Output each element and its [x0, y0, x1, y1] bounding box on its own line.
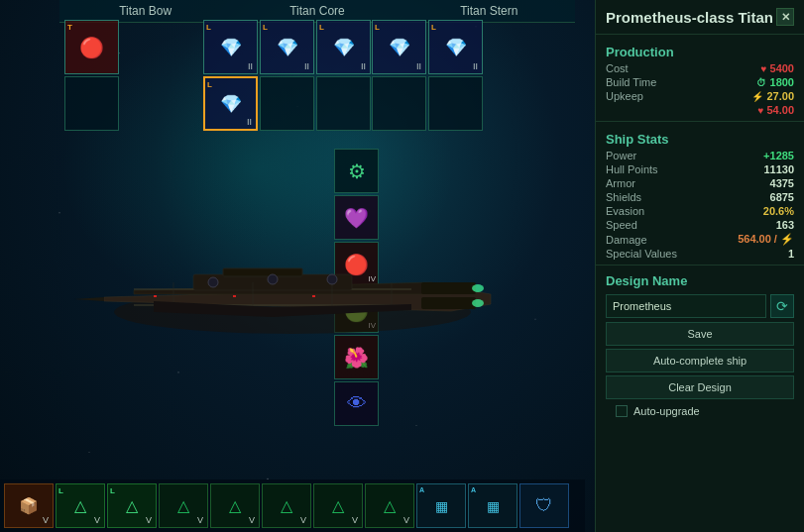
- design-name-input[interactable]: [606, 294, 766, 318]
- left-panel: Titan Bow Titan Core Titan Stern T 🔴 L 💎…: [0, 0, 595, 532]
- armor-value: 4375: [770, 177, 794, 189]
- stern-modules: L 💎 II L 💎 II: [372, 20, 483, 131]
- right-panel: Prometheus-class Titan ✕ Production Cost…: [595, 0, 804, 532]
- svg-point-8: [472, 299, 484, 307]
- bow-slot-1[interactable]: T 🔴: [64, 20, 119, 74]
- upkeep-value-1: ⚡ 27.00: [751, 90, 794, 102]
- bottom-slot-1[interactable]: 📦 V: [4, 483, 54, 528]
- design-name-label: Design Name: [606, 273, 794, 288]
- randomize-name-button[interactable]: ⟳: [770, 294, 794, 318]
- ship-display: [0, 139, 585, 386]
- build-time-value: ⏱ 1800: [756, 76, 794, 88]
- autoupgrade-row: Auto-upgrade: [606, 402, 794, 420]
- svg-rect-4: [223, 268, 302, 276]
- bottom-slot-2[interactable]: L △ V: [56, 483, 105, 528]
- armor-row: Armor 4375: [596, 176, 804, 190]
- svg-rect-6: [421, 297, 476, 309]
- special-label: Special Values: [606, 248, 677, 260]
- ship-image: [35, 163, 550, 362]
- armor-label: Armor: [606, 177, 635, 189]
- speed-row: Speed 163: [596, 218, 804, 232]
- power-value: +1285: [763, 150, 794, 161]
- svg-point-17: [268, 274, 278, 284]
- build-time-label: Build Time: [606, 76, 656, 88]
- upkeep-row-2: ♥ 54.00: [596, 103, 804, 117]
- bottom-slot-11[interactable]: 🛡: [519, 483, 569, 528]
- stern-slot-4[interactable]: [428, 76, 483, 131]
- clear-design-button[interactable]: Clear Design: [606, 375, 794, 399]
- bottom-module-bar: 📦 V L △ V L △ V △ V: [0, 479, 585, 532]
- evasion-value: 20.6%: [763, 205, 794, 217]
- damage-label: Damage: [606, 234, 647, 246]
- core-slot-6[interactable]: [316, 76, 371, 131]
- design-name-section: Design Name ⟳ Save Auto-complete ship Cl…: [596, 269, 804, 424]
- stern-slot-3[interactable]: [372, 76, 426, 131]
- svg-point-18: [327, 274, 337, 284]
- design-name-input-row: ⟳: [606, 294, 794, 318]
- svg-point-7: [472, 284, 484, 292]
- special-value: 1: [788, 248, 794, 260]
- stern-slot-2[interactable]: L 💎 II: [428, 20, 483, 74]
- core-slot-4[interactable]: L 💎 II: [203, 76, 258, 131]
- core-slot-2[interactable]: L 💎 II: [260, 20, 314, 74]
- ship-stats-title: Ship Stats: [596, 128, 804, 149]
- upkeep-row-1: Upkeep ⚡ 27.00: [596, 89, 804, 103]
- damage-row: Damage 564.00 / ⚡: [596, 232, 804, 247]
- core-row-2: L 💎 II: [203, 76, 371, 131]
- core-row-1: L 💎 II L 💎 II L 💎 II: [203, 20, 371, 74]
- cost-row: Cost ♥ 5400: [596, 61, 804, 75]
- bow-row-1: T 🔴: [64, 20, 119, 74]
- svg-rect-11: [312, 295, 315, 297]
- build-time-row: Build Time ⏱ 1800: [596, 75, 804, 89]
- damage-value: 564.00 / ⚡: [738, 233, 794, 246]
- power-row: Power +1285: [596, 149, 804, 162]
- stern-row-1: L 💎 II L 💎 II: [372, 20, 483, 74]
- hull-label: Hull Points: [606, 163, 658, 175]
- core-slot-3[interactable]: L 💎 II: [316, 20, 371, 74]
- svg-point-16: [208, 277, 218, 287]
- upkeep-label: Upkeep: [606, 90, 643, 102]
- autocomplete-button[interactable]: Auto-complete ship: [606, 349, 794, 372]
- stern-slot-1[interactable]: L 💎 II: [372, 20, 426, 74]
- speed-label: Speed: [606, 219, 637, 231]
- bottom-slot-9[interactable]: A ▦: [416, 483, 466, 528]
- bottom-slot-4[interactable]: △ V: [159, 483, 208, 528]
- hull-row: Hull Points 11130: [596, 162, 804, 176]
- core-slot-5[interactable]: [260, 76, 314, 131]
- evasion-row: Evasion 20.6%: [596, 204, 804, 218]
- bottom-slot-8[interactable]: △ V: [365, 483, 414, 528]
- special-row: Special Values 1: [596, 247, 804, 261]
- autoupgrade-label: Auto-upgrade: [633, 405, 700, 417]
- production-title: Production: [596, 41, 804, 61]
- shields-value: 6875: [770, 191, 794, 203]
- autoupgrade-checkbox[interactable]: [616, 405, 628, 417]
- speed-value: 163: [776, 219, 794, 231]
- power-label: Power: [606, 150, 636, 161]
- bow-modules: T 🔴: [64, 20, 119, 131]
- stern-row-2: [372, 76, 483, 131]
- bottom-slot-3[interactable]: L △ V: [107, 483, 157, 528]
- save-button[interactable]: Save: [606, 322, 794, 346]
- cost-label: Cost: [606, 62, 629, 74]
- shields-row: Shields 6875: [596, 190, 804, 204]
- core-slot-1[interactable]: L 💎 II: [203, 20, 258, 74]
- core-modules: L 💎 II L 💎 II L 💎 II L 💎 II: [203, 20, 371, 131]
- bottom-slot-7[interactable]: △ V: [313, 483, 363, 528]
- evasion-label: Evasion: [606, 205, 644, 217]
- svg-rect-10: [233, 295, 236, 297]
- bottom-slot-5[interactable]: △ V: [210, 483, 260, 528]
- shields-label: Shields: [606, 191, 641, 203]
- close-button[interactable]: ✕: [776, 8, 794, 26]
- panel-title-bar: Prometheus-class Titan ✕: [596, 0, 804, 30]
- bottom-slot-6[interactable]: △ V: [262, 483, 311, 528]
- bow-row-2: [64, 76, 119, 131]
- side-slot-6[interactable]: 👁: [334, 381, 379, 426]
- bow-slot-2[interactable]: [64, 76, 119, 131]
- svg-rect-9: [154, 295, 157, 297]
- upkeep-value-2: ♥ 54.00: [757, 104, 794, 116]
- ship-title: Prometheus-class Titan: [606, 9, 773, 26]
- cost-value: ♥ 5400: [761, 62, 794, 74]
- bottom-slot-10[interactable]: A ▦: [468, 483, 517, 528]
- hull-value: 11130: [763, 163, 794, 175]
- svg-rect-5: [421, 282, 476, 294]
